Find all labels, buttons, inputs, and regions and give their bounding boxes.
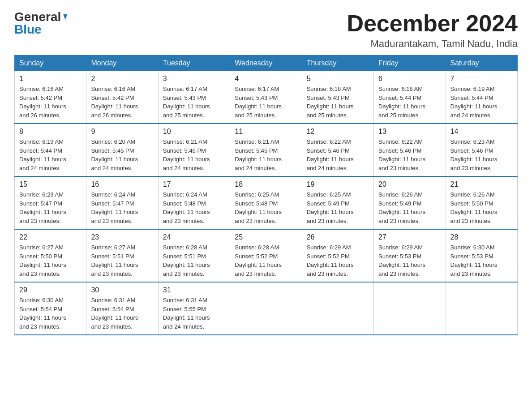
calendar-cell: 31 Sunrise: 6:31 AM Sunset: 5:55 PM Dayl… <box>158 282 230 335</box>
day-info: Sunrise: 6:26 AM Sunset: 5:49 PM Dayligh… <box>378 190 441 225</box>
day-number: 1 <box>19 75 82 83</box>
calendar-cell: 16 Sunrise: 6:24 AM Sunset: 5:47 PM Dayl… <box>86 176 158 229</box>
calendar-cell: 22 Sunrise: 6:27 AM Sunset: 5:50 PM Dayl… <box>15 229 86 282</box>
day-number: 14 <box>450 128 513 136</box>
day-info: Sunrise: 6:27 AM Sunset: 5:51 PM Dayligh… <box>91 243 153 278</box>
calendar-cell: 18 Sunrise: 6:25 AM Sunset: 5:48 PM Dayl… <box>230 176 302 229</box>
calendar-cell: 27 Sunrise: 6:29 AM Sunset: 5:53 PM Dayl… <box>374 229 446 282</box>
day-number: 11 <box>235 128 297 136</box>
day-number: 26 <box>307 233 369 241</box>
day-info: Sunrise: 6:25 AM Sunset: 5:48 PM Dayligh… <box>235 190 297 225</box>
day-number: 30 <box>91 286 153 294</box>
day-number: 20 <box>378 180 441 188</box>
calendar-week-row: 22 Sunrise: 6:27 AM Sunset: 5:50 PM Dayl… <box>15 229 518 282</box>
day-number: 29 <box>19 286 82 294</box>
header-friday: Friday <box>374 56 446 71</box>
day-number: 10 <box>163 128 225 136</box>
calendar-cell: 21 Sunrise: 6:26 AM Sunset: 5:50 PM Dayl… <box>446 176 517 229</box>
calendar-cell: 25 Sunrise: 6:28 AM Sunset: 5:52 PM Dayl… <box>230 229 302 282</box>
day-number: 23 <box>91 233 153 241</box>
title-block: December 2024 Madurantakam, Tamil Nadu, … <box>347 11 518 50</box>
day-info: Sunrise: 6:24 AM Sunset: 5:48 PM Dayligh… <box>163 190 225 225</box>
calendar-cell: 19 Sunrise: 6:25 AM Sunset: 5:49 PM Dayl… <box>302 176 373 229</box>
calendar-cell: 4 Sunrise: 6:17 AM Sunset: 5:43 PM Dayli… <box>230 71 302 124</box>
day-info: Sunrise: 6:28 AM Sunset: 5:52 PM Dayligh… <box>235 243 297 278</box>
day-number: 17 <box>163 180 225 188</box>
day-number: 27 <box>378 233 441 241</box>
day-info: Sunrise: 6:30 AM Sunset: 5:53 PM Dayligh… <box>450 243 513 278</box>
calendar-cell: 2 Sunrise: 6:16 AM Sunset: 5:42 PM Dayli… <box>86 71 158 124</box>
day-number: 13 <box>378 128 441 136</box>
day-number: 7 <box>450 75 513 83</box>
day-number: 6 <box>378 75 441 83</box>
day-number: 21 <box>450 180 513 188</box>
day-info: Sunrise: 6:16 AM Sunset: 5:42 PM Dayligh… <box>19 85 82 120</box>
header-sunday: Sunday <box>15 56 86 71</box>
calendar-cell: 8 Sunrise: 6:19 AM Sunset: 5:44 PM Dayli… <box>15 124 86 176</box>
calendar-cell: 23 Sunrise: 6:27 AM Sunset: 5:51 PM Dayl… <box>86 229 158 282</box>
day-number: 19 <box>307 180 369 188</box>
day-info: Sunrise: 6:17 AM Sunset: 5:43 PM Dayligh… <box>235 85 297 120</box>
day-info: Sunrise: 6:27 AM Sunset: 5:50 PM Dayligh… <box>19 243 82 278</box>
calendar-cell: 17 Sunrise: 6:24 AM Sunset: 5:48 PM Dayl… <box>158 176 230 229</box>
header-saturday: Saturday <box>446 56 517 71</box>
day-number: 16 <box>91 180 153 188</box>
header-thursday: Thursday <box>302 56 373 71</box>
day-info: Sunrise: 6:23 AM Sunset: 5:47 PM Dayligh… <box>19 190 82 225</box>
day-info: Sunrise: 6:22 AM Sunset: 5:46 PM Dayligh… <box>307 137 369 172</box>
calendar-cell: 6 Sunrise: 6:18 AM Sunset: 5:44 PM Dayli… <box>374 71 446 124</box>
day-number: 9 <box>91 128 153 136</box>
day-number: 12 <box>307 128 369 136</box>
day-info: Sunrise: 6:18 AM Sunset: 5:43 PM Dayligh… <box>307 85 369 120</box>
calendar-cell: 10 Sunrise: 6:21 AM Sunset: 5:45 PM Dayl… <box>158 124 230 176</box>
calendar-cell: 26 Sunrise: 6:29 AM Sunset: 5:52 PM Dayl… <box>302 229 373 282</box>
header-tuesday: Tuesday <box>158 56 230 71</box>
calendar-week-row: 1 Sunrise: 6:16 AM Sunset: 5:42 PM Dayli… <box>15 71 518 124</box>
calendar-cell: 7 Sunrise: 6:19 AM Sunset: 5:44 PM Dayli… <box>446 71 517 124</box>
day-info: Sunrise: 6:26 AM Sunset: 5:50 PM Dayligh… <box>450 190 513 225</box>
logo-general-text: General <box>14 11 61 23</box>
day-number: 31 <box>163 286 225 294</box>
day-info: Sunrise: 6:23 AM Sunset: 5:46 PM Dayligh… <box>450 137 513 172</box>
day-number: 25 <box>235 233 297 241</box>
calendar-cell: 12 Sunrise: 6:22 AM Sunset: 5:46 PM Dayl… <box>302 124 373 176</box>
day-info: Sunrise: 6:29 AM Sunset: 5:52 PM Dayligh… <box>307 243 369 278</box>
day-info: Sunrise: 6:18 AM Sunset: 5:44 PM Dayligh… <box>378 85 441 120</box>
day-info: Sunrise: 6:21 AM Sunset: 5:45 PM Dayligh… <box>235 137 297 172</box>
logo-blue-text: Blue <box>14 23 42 36</box>
day-info: Sunrise: 6:22 AM Sunset: 5:46 PM Dayligh… <box>378 137 441 172</box>
calendar-cell <box>446 282 517 335</box>
calendar-cell: 29 Sunrise: 6:30 AM Sunset: 5:54 PM Dayl… <box>15 282 86 335</box>
calendar-cell: 5 Sunrise: 6:18 AM Sunset: 5:43 PM Dayli… <box>302 71 373 124</box>
calendar-cell: 14 Sunrise: 6:23 AM Sunset: 5:46 PM Dayl… <box>446 124 517 176</box>
day-info: Sunrise: 6:19 AM Sunset: 5:44 PM Dayligh… <box>450 85 513 120</box>
calendar-table: SundayMondayTuesdayWednesdayThursdayFrid… <box>14 55 518 335</box>
page-header: General Blue December 2024 Madurantakam,… <box>14 11 518 50</box>
calendar-cell: 11 Sunrise: 6:21 AM Sunset: 5:45 PM Dayl… <box>230 124 302 176</box>
calendar-cell: 20 Sunrise: 6:26 AM Sunset: 5:49 PM Dayl… <box>374 176 446 229</box>
calendar-cell <box>302 282 373 335</box>
day-info: Sunrise: 6:31 AM Sunset: 5:54 PM Dayligh… <box>91 296 153 331</box>
day-info: Sunrise: 6:28 AM Sunset: 5:51 PM Dayligh… <box>163 243 225 278</box>
header-wednesday: Wednesday <box>230 56 302 71</box>
calendar-cell: 13 Sunrise: 6:22 AM Sunset: 5:46 PM Dayl… <box>374 124 446 176</box>
day-info: Sunrise: 6:17 AM Sunset: 5:43 PM Dayligh… <box>163 85 225 120</box>
day-info: Sunrise: 6:30 AM Sunset: 5:54 PM Dayligh… <box>19 296 82 331</box>
calendar-week-row: 8 Sunrise: 6:19 AM Sunset: 5:44 PM Dayli… <box>15 124 518 176</box>
day-info: Sunrise: 6:29 AM Sunset: 5:53 PM Dayligh… <box>378 243 441 278</box>
day-number: 3 <box>163 75 225 83</box>
calendar-cell <box>374 282 446 335</box>
calendar-week-row: 15 Sunrise: 6:23 AM Sunset: 5:47 PM Dayl… <box>15 176 518 229</box>
day-info: Sunrise: 6:16 AM Sunset: 5:42 PM Dayligh… <box>91 85 153 120</box>
logo-arrow-icon <box>61 14 67 20</box>
day-info: Sunrise: 6:21 AM Sunset: 5:45 PM Dayligh… <box>163 137 225 172</box>
calendar-cell: 1 Sunrise: 6:16 AM Sunset: 5:42 PM Dayli… <box>15 71 86 124</box>
calendar-cell: 3 Sunrise: 6:17 AM Sunset: 5:43 PM Dayli… <box>158 71 230 124</box>
day-number: 8 <box>19 128 82 136</box>
logo: General Blue <box>14 11 66 36</box>
calendar-cell: 30 Sunrise: 6:31 AM Sunset: 5:54 PM Dayl… <box>86 282 158 335</box>
day-info: Sunrise: 6:19 AM Sunset: 5:44 PM Dayligh… <box>19 137 82 172</box>
calendar-header-row: SundayMondayTuesdayWednesdayThursdayFrid… <box>15 56 518 71</box>
calendar-cell: 9 Sunrise: 6:20 AM Sunset: 5:45 PM Dayli… <box>86 124 158 176</box>
calendar-cell: 28 Sunrise: 6:30 AM Sunset: 5:53 PM Dayl… <box>446 229 517 282</box>
